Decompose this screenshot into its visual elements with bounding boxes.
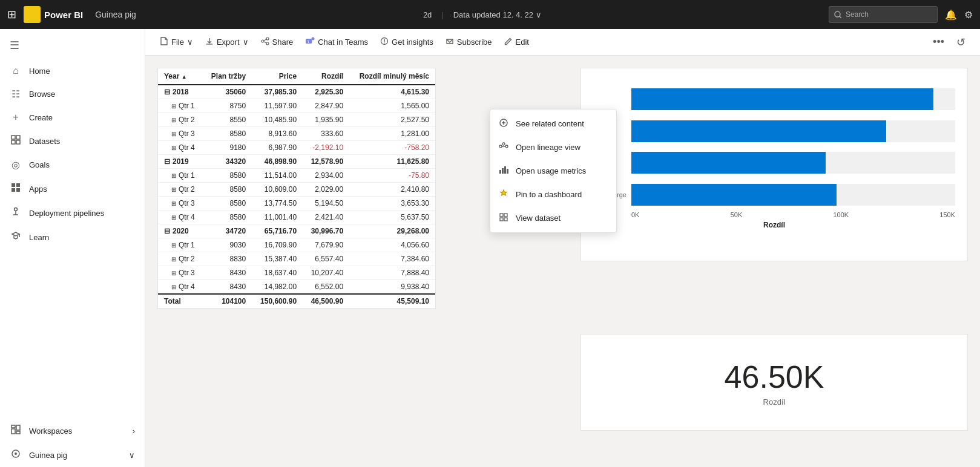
table-cell-rozdil-minuly: 7,384.60 bbox=[349, 252, 435, 266]
sidebar-item-home[interactable]: ⌂ Home bbox=[0, 59, 145, 82]
dropdown-open-usage[interactable]: Open usage metrics bbox=[490, 159, 616, 183]
dropdown-open-lineage[interactable]: Open lineage view bbox=[490, 136, 616, 159]
chart-container: George 0K 50K 100K 150K Rozdíl bbox=[593, 87, 955, 244]
table-row: ⊞Qtr 4858011,001.402,421.405,637.50 bbox=[158, 211, 435, 224]
notification-icon[interactable]: 🔔 bbox=[945, 9, 957, 21]
search-box[interactable]: Search bbox=[829, 6, 938, 23]
file-chevron-icon: ∨ bbox=[187, 38, 193, 47]
table-cell-year: ⊞Qtr 3 bbox=[158, 266, 203, 280]
sidebar-item-apps[interactable]: Apps bbox=[0, 177, 145, 201]
table-cell-rozdil-minuly: 1,565.00 bbox=[349, 99, 435, 113]
undo-icon[interactable]: ↺ bbox=[952, 33, 970, 51]
table-cell-year: ⊟2018 bbox=[158, 85, 203, 99]
expand-icon[interactable]: ⊟ bbox=[164, 157, 170, 166]
table-cell-plan: 34720 bbox=[203, 224, 252, 238]
table-cell-year: ⊞Qtr 4 bbox=[158, 280, 203, 295]
table-row: ⊟20203472065,716.7030,996.7029,268.00 bbox=[158, 224, 435, 238]
kpi-label: Rozdíl bbox=[763, 397, 786, 407]
kpi-value: 46.50K bbox=[725, 359, 824, 395]
sidebar-label-datasets: Datasets bbox=[29, 137, 60, 146]
col-rozdil[interactable]: Rozdíl bbox=[303, 68, 349, 85]
table-cell-rozdil-minuly: 45,509.10 bbox=[349, 294, 435, 309]
table-cell-year: ⊞Qtr 4 bbox=[158, 141, 203, 155]
svg-rect-2 bbox=[32, 10, 34, 19]
expand-icon[interactable]: ⊟ bbox=[164, 88, 170, 96]
col-plan[interactable]: Plan tržby bbox=[203, 68, 252, 85]
usage-icon bbox=[499, 165, 510, 177]
export-button[interactable]: Export ∨ bbox=[200, 34, 254, 50]
edit-button[interactable]: Edit bbox=[499, 34, 534, 50]
data-updated-button[interactable]: Data updated 12. 4. 22 ∨ bbox=[453, 10, 542, 19]
sidebar-item-deployment[interactable]: Deployment pipelines bbox=[0, 201, 145, 225]
svg-text:T: T bbox=[307, 40, 310, 44]
table-cell-rozdil-minuly: -758.20 bbox=[349, 141, 435, 155]
table-row: ⊟20183506037,985.302,925.304,615.30 bbox=[158, 85, 435, 99]
expand-qtr-icon[interactable]: ⊞ bbox=[171, 172, 176, 179]
sidebar-item-guinea-pig[interactable]: Guinea pig ∨ bbox=[0, 443, 145, 467]
col-rozdil-minuly[interactable]: Rozdíl minulý měsíc bbox=[349, 68, 435, 85]
expand-qtr-icon[interactable]: ⊞ bbox=[171, 131, 176, 137]
subscribe-button[interactable]: Subscribe bbox=[441, 34, 497, 50]
sidebar-item-datasets[interactable]: Datasets bbox=[0, 129, 145, 153]
settings-icon[interactable]: ⚙ bbox=[964, 9, 973, 21]
sidebar-item-browse[interactable]: ☷ Browse bbox=[0, 82, 145, 106]
file-label: File bbox=[171, 38, 184, 47]
expand-qtr-icon[interactable]: ⊞ bbox=[171, 117, 176, 123]
sidebar-item-create[interactable]: + Create bbox=[0, 106, 145, 129]
svg-rect-17 bbox=[12, 425, 15, 428]
waffle-icon[interactable]: ⊞ bbox=[7, 8, 16, 21]
expand-qtr-icon[interactable]: ⊞ bbox=[171, 270, 176, 276]
browse-icon: ☷ bbox=[10, 88, 22, 100]
table-cell-rozdil: 7,679.90 bbox=[303, 238, 349, 252]
svg-rect-10 bbox=[12, 183, 15, 187]
expand-icon[interactable]: ⊟ bbox=[164, 227, 170, 235]
dropdown-view-dataset[interactable]: View dataset bbox=[490, 206, 616, 230]
svg-rect-44 bbox=[507, 169, 508, 174]
expand-qtr-icon[interactable]: ⊞ bbox=[171, 145, 176, 151]
expand-qtr-icon[interactable]: ⊞ bbox=[171, 284, 176, 290]
edit-label: Edit bbox=[516, 38, 529, 47]
sidebar-item-workspaces[interactable]: Workspaces › bbox=[0, 419, 145, 443]
dropdown-pin-dashboard[interactable]: Pin to a dashboard bbox=[490, 183, 616, 206]
expand-qtr-icon[interactable]: ⊞ bbox=[171, 200, 176, 207]
table-cell-plan: 8430 bbox=[203, 266, 252, 280]
svg-line-5 bbox=[840, 16, 841, 18]
expand-qtr-icon[interactable]: ⊞ bbox=[171, 186, 176, 193]
table-cell-rozdil: 2,847.90 bbox=[303, 99, 349, 113]
usage-label: Open usage metrics bbox=[516, 166, 586, 175]
svg-rect-48 bbox=[504, 218, 507, 221]
kpi-card: 46.50K Rozdíl bbox=[580, 334, 968, 431]
get-insights-button[interactable]: Get insights bbox=[375, 34, 438, 50]
share-button[interactable]: Share bbox=[256, 34, 298, 50]
chat-in-teams-button[interactable]: T Chat in Teams bbox=[300, 34, 373, 50]
expand-qtr-icon[interactable]: ⊞ bbox=[171, 256, 176, 263]
axis-100k: 100K bbox=[833, 211, 849, 218]
expand-qtr-icon[interactable]: ⊞ bbox=[171, 214, 176, 221]
expand-qtr-icon[interactable]: ⊞ bbox=[171, 103, 176, 109]
table-cell-year: ⊞Qtr 3 bbox=[158, 197, 203, 211]
table-cell-rozdil: 333.60 bbox=[303, 127, 349, 141]
table-cell-rozdil: 1,935.90 bbox=[303, 113, 349, 127]
guinea-pig-left: Guinea pig bbox=[10, 449, 67, 461]
sidebar-label-goals: Goals bbox=[29, 160, 50, 169]
file-icon bbox=[160, 37, 168, 47]
more-options-button[interactable]: ••• bbox=[928, 33, 949, 51]
sidebar-collapse-button[interactable]: ☰ bbox=[0, 34, 145, 57]
dropdown-see-related[interactable]: See related content bbox=[490, 112, 616, 136]
insights-label: Get insights bbox=[392, 38, 433, 47]
table-cell-plan: 9030 bbox=[203, 238, 252, 252]
svg-line-27 bbox=[264, 42, 266, 43]
table-cell-plan: 35060 bbox=[203, 85, 252, 99]
sidebar-item-learn[interactable]: Learn bbox=[0, 225, 145, 249]
table-cell-price: 65,716.70 bbox=[252, 224, 303, 238]
table-cell-year: Total bbox=[158, 294, 203, 309]
export-label: Export bbox=[217, 38, 240, 47]
table-cell-price: 150,600.90 bbox=[252, 294, 303, 309]
sidebar-item-goals[interactable]: ◎ Goals bbox=[0, 153, 145, 177]
bar-fill-2 bbox=[631, 120, 886, 142]
expand-qtr-icon[interactable]: ⊞ bbox=[171, 242, 176, 249]
file-button[interactable]: File ∨ bbox=[155, 34, 198, 50]
col-year[interactable]: Year bbox=[158, 68, 203, 85]
data-updated-text: Data updated 12. 4. 22 bbox=[453, 10, 533, 19]
col-price[interactable]: Price bbox=[252, 68, 303, 85]
